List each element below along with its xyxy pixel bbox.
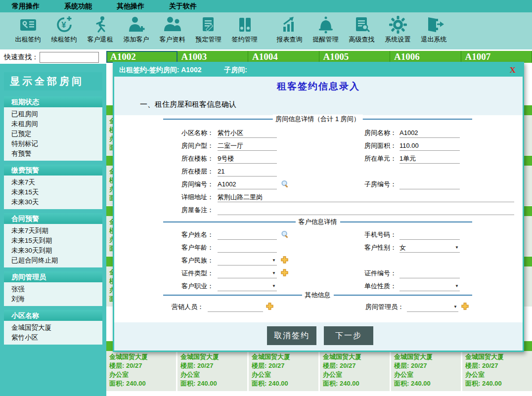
field-input[interactable] <box>399 179 460 189</box>
room-card-floor: 楼层: 20/27 <box>394 361 461 370</box>
quick-search-label: 快速查找： <box>4 53 39 62</box>
field-input[interactable]: 二室一厅 <box>218 141 277 151</box>
sidebar-filter-item[interactable]: 未租房间 <box>4 119 102 129</box>
room-tab-A1007[interactable]: A1007 <box>461 51 532 63</box>
sidebar-filter-item[interactable]: 未来30天 <box>4 197 102 207</box>
toolbar-button-2[interactable]: ¥续租签约 <box>46 12 82 44</box>
field-input[interactable]: 21 <box>218 167 277 176</box>
sidebar-filter-item[interactable]: 已预定 <box>4 129 102 139</box>
field-label: 证件类型： <box>144 268 214 278</box>
toolbar-button-3[interactable]: 客户退租 <box>82 12 118 44</box>
room-tab-A1006[interactable]: A1006 <box>390 51 461 63</box>
sidebar-filter-item[interactable]: 特别标记 <box>4 139 102 149</box>
chevron-down-icon: ▼ <box>272 271 276 275</box>
field-label: 所在单元： <box>327 154 397 164</box>
field-label: 小区名称： <box>144 128 214 138</box>
field-input[interactable]: 9号楼 <box>218 154 277 164</box>
room-card-type: 办公室 <box>180 370 247 379</box>
field-input[interactable]: 110.00 <box>399 141 460 151</box>
toolbar-button-11[interactable]: 系统设置 <box>380 12 416 44</box>
room-tab-A1003[interactable]: A1003 <box>177 51 249 63</box>
chevron-down-icon: ▼ <box>272 258 276 263</box>
sidebar-filter-item[interactable]: 未来7天到期 <box>4 226 102 236</box>
field-input[interactable]: A1002 <box>218 179 277 189</box>
menu-item-2[interactable]: 系统功能 <box>64 2 92 11</box>
add-option-button[interactable] <box>281 269 290 278</box>
toolbar-button-12[interactable]: 退出系统 <box>416 12 452 44</box>
cancel-sign-button[interactable]: 取消签约 <box>267 326 316 345</box>
field-select[interactable]: 女▼ <box>399 243 460 253</box>
field-input[interactable] <box>218 243 277 253</box>
field-input[interactable] <box>208 302 263 312</box>
sidebar-filter-item[interactable]: 张强 <box>4 284 102 294</box>
add-option-button[interactable] <box>266 303 275 311</box>
sidebar-filter-item[interactable]: 已超合同终止期 <box>4 256 102 265</box>
field-input[interactable] <box>399 230 460 240</box>
toolbar-button-10[interactable]: 高级查找 <box>344 12 380 44</box>
field-input[interactable]: 紫荆山路二里岗 <box>218 192 514 202</box>
binders-icon <box>235 15 255 35</box>
dialog-step-heading: 一、租住房屋和租客信息确认 <box>140 100 236 109</box>
field-input[interactable] <box>218 230 277 240</box>
field-select[interactable]: ▼ <box>218 268 277 278</box>
toolbar-button-5[interactable]: 客户资料 <box>154 12 190 44</box>
toolbar-button-label: 续租签约 <box>51 35 77 44</box>
toolbar-button-label: 签约管理 <box>232 35 258 44</box>
search-button[interactable] <box>281 230 290 239</box>
room-tab-A1002[interactable]: A1002 <box>106 51 177 63</box>
room-card-body: 金城国贸大厦楼层: 20/27办公室面积: 240.00 <box>320 351 390 391</box>
sidebar-filter-item[interactable]: 刘海 <box>4 294 102 304</box>
field-input[interactable]: 1单元 <box>399 154 460 164</box>
svg-text:¥: ¥ <box>61 20 66 30</box>
toolbar-button-8[interactable]: 报表查询 <box>271 12 308 44</box>
sidebar-filter-item[interactable]: 未来7天 <box>4 177 102 187</box>
sidebar-section-body: 金城国贸大厦紫竹小区 <box>4 321 102 345</box>
add-option-button[interactable] <box>281 256 290 265</box>
search-button[interactable] <box>281 180 290 189</box>
room-card-floor: 楼层: 20/27 <box>465 361 532 370</box>
menu-item-4[interactable]: 关于软件 <box>169 2 197 11</box>
field-input[interactable]: A1002 <box>399 128 460 138</box>
field-label: 客户姓名： <box>144 230 214 240</box>
toolbar-button-7[interactable]: 签约管理 <box>226 12 263 44</box>
toolbar-button-9[interactable]: 提醒管理 <box>308 12 344 44</box>
sidebar-filter-item[interactable]: 紫竹小区 <box>4 333 102 343</box>
menu-item-1[interactable]: 常用操作 <box>12 2 40 11</box>
quick-search-bar: 快速查找： <box>0 51 106 64</box>
sidebar-filter-item[interactable]: 未来30天到期 <box>4 246 102 256</box>
sidebar-filter-item[interactable]: 有预警 <box>4 149 102 159</box>
room-tab-A1005[interactable]: A1005 <box>319 51 391 63</box>
field-input[interactable]: 紫竹小区 <box>218 128 277 138</box>
toolbar-button-4[interactable]: 添加客户 <box>118 12 154 44</box>
field-select[interactable]: ▼ <box>218 256 277 265</box>
field-label: 房间名称： <box>327 128 397 138</box>
renew-yen-icon: ¥ <box>54 15 74 35</box>
field-select[interactable]: ▼ <box>218 281 277 291</box>
toolbar-button-1[interactable]: 出租签约 <box>10 12 46 44</box>
room-tab-A1004[interactable]: A1004 <box>248 51 319 63</box>
field-label: 房间面积： <box>327 141 397 151</box>
sidebar-filter-item[interactable]: 已租房间 <box>4 109 102 119</box>
sidebar-filter-item[interactable]: 金城国贸大厦 <box>4 323 102 333</box>
chevron-down-icon: ▼ <box>455 284 459 288</box>
toolbar-button-label: 系统设置 <box>385 35 411 44</box>
toolbar-button-6[interactable]: 预定管理 <box>190 12 226 44</box>
room-card-building: 金城国贸大厦 <box>252 352 318 361</box>
section-legend-customer: 客户信息详情 <box>296 218 340 226</box>
room-card-body: 金城国贸大厦楼层: 20/27办公室面积: 240.00 <box>177 351 247 391</box>
room-card-building: 金城国贸大厦 <box>465 352 532 361</box>
menu-item-3[interactable]: 其他操作 <box>117 2 144 11</box>
field-select[interactable]: ▼ <box>407 302 458 312</box>
field-label: 所在楼层： <box>144 167 214 176</box>
add-option-button[interactable] <box>461 303 470 311</box>
sidebar-filter-item[interactable]: 未来15天 <box>4 187 102 197</box>
field-input[interactable] <box>218 205 514 215</box>
field-select[interactable]: ▼ <box>399 281 460 291</box>
show-all-rooms-button[interactable]: 显示全部房间 <box>4 72 102 90</box>
next-step-button[interactable]: 下一步 <box>324 326 373 345</box>
sidebar-filter-item[interactable]: 未来15天到期 <box>4 236 102 246</box>
field-input[interactable] <box>399 268 460 278</box>
quick-search-input[interactable] <box>40 52 99 63</box>
close-icon[interactable]: X <box>510 63 516 77</box>
plus-icon <box>281 256 288 264</box>
